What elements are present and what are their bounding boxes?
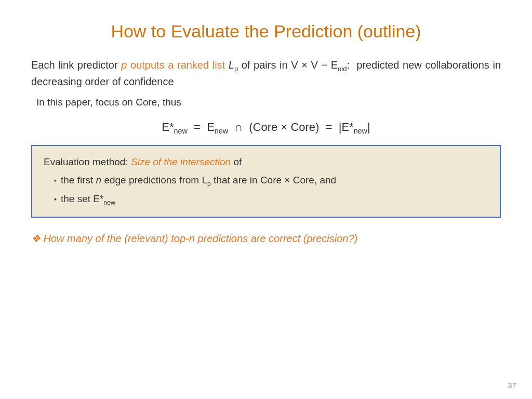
slide-title: How to Evaluate the Prediction (outline) [31,21,501,42]
E-old-sub: old [338,65,347,73]
eval-bullet-2: ▪ the set E*new [54,191,488,208]
slide: How to Evaluate the Prediction (outline)… [0,0,532,399]
bullet-1-text: the first n edge predictions from Lp tha… [61,172,336,190]
eval-bullet-1: ▪ the first n edge predictions from Lp t… [54,172,488,190]
inline-note: In this paper, focus on Core, thus [36,97,501,108]
bullet-1-lp-sub: p [207,180,211,188]
bullet-2-new-sub: new [103,199,115,206]
bullet-2-text: the set E*new [61,191,115,208]
page-number: 37 [508,381,516,390]
formula-enew-sub: new [215,127,228,135]
formula-text: E*new = Enew ∩ (Core × Core) = |E*new| [162,121,370,134]
eval-intro-suffix: of [231,156,242,167]
eval-italic: Size of the intersection [131,156,231,167]
formula-new-sub: new [174,127,188,135]
body-paragraph: Each link predictor p outputs a ranked l… [31,58,501,89]
precision-question: ❖ How many of the (relevant) top-n predi… [31,232,501,245]
body-orange-middle: outputs a ranked list [127,59,228,71]
bullet-marker-1: ▪ [54,175,57,186]
eval-intro: Evaluation method: Size of the intersect… [44,154,488,170]
body-prefix: Each link predictor [31,59,121,71]
Lp-text: Lp [229,59,238,71]
formula-estar-sub: new [354,127,367,135]
eval-box: Evaluation method: Size of the intersect… [31,145,501,217]
question-text: ❖ How many of the (relevant) top-n predi… [31,232,357,245]
bullet-marker-2: ▪ [54,193,57,205]
eval-intro-prefix: Evaluation method: [44,156,131,167]
formula-block: E*new = Enew ∩ (Core × Core) = |E*new| [31,118,501,137]
p-italic: p [121,59,127,71]
